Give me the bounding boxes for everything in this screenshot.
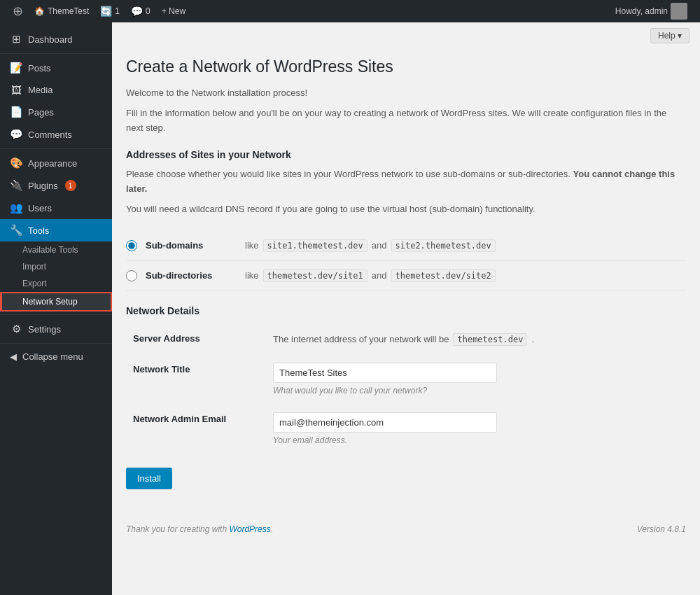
appearance-icon: 🎨: [10, 157, 22, 169]
subdir-example1: themetest.dev/site1: [263, 270, 368, 282]
sidebar-item-pages[interactable]: 📄 Pages: [0, 101, 112, 123]
subdomain-option: Sub-domains like site1.themetest.dev and…: [126, 231, 686, 261]
subdomain-like: like: [245, 240, 259, 251]
server-address-code: themetest.dev: [453, 333, 527, 346]
install-button[interactable]: Install: [126, 468, 172, 489]
footer-text: Thank you for creating with: [126, 524, 227, 534]
page-title: Create a Network of WordPress Sites: [126, 57, 686, 76]
intro-1: Welcome to the Network installation proc…: [126, 86, 686, 101]
updates-count: 1: [115, 6, 120, 16]
site-name-link[interactable]: 🏠 ThemeTest: [29, 0, 94, 22]
howdy-label: Howdy, admin: [615, 6, 668, 16]
server-address-row: Server Address The internet address of y…: [126, 323, 686, 354]
sidebar-item-comments[interactable]: 💬 Comments: [0, 123, 112, 146]
main-content: Help ▾ Create a Network of WordPress Sit…: [112, 22, 700, 595]
network-title-input[interactable]: [273, 363, 497, 383]
wp-logo[interactable]: ⊕: [7, 0, 29, 22]
sidebar-item-media[interactable]: 🖼 Media: [0, 79, 112, 101]
sidebar-item-tools[interactable]: 🔧 Tools: [0, 219, 112, 241]
subdir-and: and: [372, 270, 387, 281]
network-title-hint: What would you like to call your network…: [273, 386, 679, 396]
comments-link[interactable]: 💬 0: [125, 0, 156, 22]
subdir-radio[interactable]: [126, 270, 137, 281]
network-email-row: Network Admin Email Your email address.: [126, 404, 686, 454]
subdir-example: like themetest.dev/site1 and themetest.d…: [245, 270, 496, 282]
footer-content: Thank you for creating with WordPress.: [126, 524, 273, 534]
home-icon: 🏠: [34, 6, 45, 16]
server-address-label: Server Address: [126, 323, 266, 354]
sidebar-item-appearance[interactable]: 🎨 Appearance: [0, 152, 112, 174]
subdomain-label[interactable]: Sub-domains: [146, 240, 237, 251]
collapse-menu[interactable]: ◀ Collapse menu: [0, 346, 112, 367]
server-address-value: The internet address of your network wil…: [273, 332, 679, 346]
sidebar-item-users[interactable]: 👥 Users: [0, 197, 112, 219]
sidebar-item-plugins[interactable]: 🔌 Plugins 1: [0, 174, 112, 197]
updates-icon: 🔄: [100, 6, 112, 17]
network-email-input[interactable]: [273, 412, 497, 433]
section-network-heading: Network Details: [126, 305, 686, 316]
settings-icon: ⚙: [10, 323, 22, 335]
plugins-icon: 🔌: [10, 179, 22, 192]
sidebar-label-posts: Posts: [28, 63, 51, 74]
network-email-label: Network Admin Email: [126, 404, 266, 454]
network-title-row: Network Title What would you like to cal…: [126, 354, 686, 404]
sidebar-item-posts[interactable]: 📝 Posts: [0, 57, 112, 79]
subdomain-example2: site2.themetest.dev: [391, 239, 496, 252]
address-section: Please choose whether you would like sit…: [126, 167, 686, 216]
sidebar-label-users: Users: [28, 203, 52, 214]
subdir-example2: themetest.dev/site2: [391, 270, 496, 282]
media-icon: 🖼: [10, 84, 22, 96]
sidebar-sub-import[interactable]: Import: [0, 258, 112, 275]
footer-post: .: [271, 524, 273, 534]
topbar: ⊕ 🏠 ThemeTest 🔄 1 💬 0 + New Howdy, admin: [0, 0, 700, 22]
network-title-label: Network Title: [126, 354, 266, 404]
help-button[interactable]: Help ▾: [650, 28, 690, 43]
network-email-hint: Your email address.: [273, 435, 679, 445]
sidebar-sub-available-tools[interactable]: Available Tools: [0, 241, 112, 258]
collapse-label: Collapse menu: [22, 351, 83, 362]
sidebar-sub-network-setup[interactable]: Network Setup: [0, 292, 112, 312]
version-info: Version 4.8.1: [637, 524, 686, 534]
sidebar-item-dashboard[interactable]: ⊞ Dashboard: [0, 28, 112, 50]
sidebar-sub-export[interactable]: Export: [0, 275, 112, 292]
comments-sidebar-icon: 💬: [10, 128, 22, 141]
server-address-pre: The internet address of your network wil…: [273, 334, 449, 344]
subdir-label[interactable]: Sub-directories: [146, 270, 237, 281]
network-details-table: Server Address The internet address of y…: [126, 323, 686, 454]
users-icon: 👥: [10, 202, 22, 214]
sidebar-label-settings: Settings: [28, 324, 61, 335]
wp-icon: ⊕: [13, 4, 23, 19]
help-bar: Help ▾: [112, 22, 700, 43]
subdir-like: like: [245, 270, 259, 281]
plugins-badge: 1: [65, 180, 76, 191]
address-desc-1: Please choose whether you would like sit…: [126, 167, 686, 197]
new-label: + New: [162, 6, 186, 16]
updates-link[interactable]: 🔄 1: [94, 0, 125, 22]
subdomain-radio[interactable]: [126, 240, 137, 251]
tools-icon: 🔧: [10, 224, 22, 237]
footer: Thank you for creating with WordPress. V…: [126, 524, 686, 534]
dashboard-icon: ⊞: [10, 33, 22, 46]
sidebar-label-comments: Comments: [28, 130, 72, 140]
sidebar-label-pages: Pages: [28, 107, 54, 118]
sidebar-item-settings[interactable]: ⚙ Settings: [0, 318, 112, 340]
address-desc-1-pre: Please choose whether you would like sit…: [126, 169, 570, 179]
subdir-option: Sub-directories like themetest.dev/site1…: [126, 261, 686, 291]
address-desc-2: You will need a wildcard DNS record if y…: [126, 202, 686, 217]
collapse-icon: ◀: [10, 351, 17, 362]
sidebar-label-media: Media: [28, 85, 52, 95]
comments-count: 0: [146, 6, 150, 16]
sidebar-label-dashboard: Dashboard: [28, 34, 73, 45]
server-address-post: .: [531, 334, 534, 344]
sidebar-label-tools: Tools: [28, 225, 49, 236]
new-content-link[interactable]: + New: [156, 0, 191, 22]
howdy-admin[interactable]: Howdy, admin: [610, 0, 693, 22]
pages-icon: 📄: [10, 106, 22, 118]
comments-icon: 💬: [131, 6, 143, 17]
posts-icon: 📝: [10, 62, 22, 74]
sidebar-label-appearance: Appearance: [28, 158, 77, 169]
admin-avatar: [671, 3, 687, 20]
wordpress-link[interactable]: WordPress: [229, 524, 270, 534]
subdomain-example: like site1.themetest.dev and site2.theme…: [245, 239, 496, 252]
intro-2: Fill in the information below and you'll…: [126, 106, 686, 136]
